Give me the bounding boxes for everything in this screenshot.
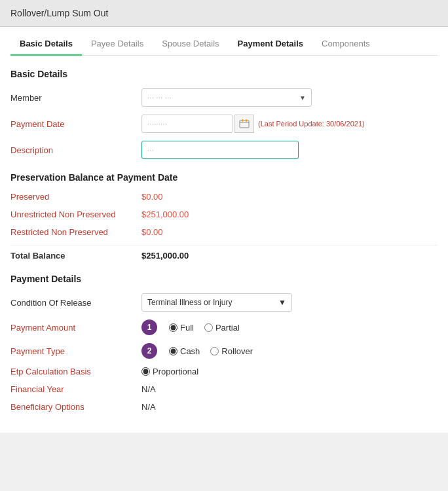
tab-spouse-details[interactable]: Spouse Details xyxy=(153,32,228,55)
basic-details-section: Basic Details Member ··· ··· ··· ▼ Payme… xyxy=(10,69,438,159)
calendar-icon xyxy=(239,119,250,128)
financial-year-label: Financial Year xyxy=(10,384,141,394)
member-value: ··· ··· ··· xyxy=(147,93,172,102)
preserved-value: $0.00 xyxy=(141,192,163,202)
condition-row: Condition Of Release Terminal Illness or… xyxy=(10,293,438,312)
rollover-label: Rollover xyxy=(221,346,253,356)
restricted-value: $0.00 xyxy=(141,227,163,237)
description-row: Description ··· xyxy=(10,141,438,159)
etp-radio[interactable] xyxy=(141,367,150,376)
member-dropdown[interactable]: ··· ··· ··· ▼ xyxy=(141,88,312,107)
cash-radio-item[interactable]: Cash xyxy=(169,346,200,356)
payment-amount-badge: 1 xyxy=(141,319,157,335)
restricted-row: Restricted Non Preserved $0.00 xyxy=(10,227,438,237)
preservation-title: Preservation Balance at Payment Date xyxy=(10,172,438,183)
unrestricted-value: $251,000.00 xyxy=(141,209,189,219)
etp-row: Etp Calculation Basis Proportional xyxy=(10,367,438,376)
preservation-section: Preservation Balance at Payment Date Pre… xyxy=(10,172,438,261)
balance-divider xyxy=(10,245,438,245)
description-label: Description xyxy=(10,145,141,155)
description-input[interactable]: ··· xyxy=(141,141,299,159)
total-value: $251,000.00 xyxy=(141,251,189,261)
member-label: Member xyxy=(10,93,141,103)
full-label: Full xyxy=(180,323,194,333)
cash-label: Cash xyxy=(180,346,200,356)
unrestricted-label: Unrestricted Non Preserved xyxy=(10,209,141,219)
partial-radio-item[interactable]: Partial xyxy=(204,323,240,333)
svg-rect-0 xyxy=(240,120,249,128)
payment-type-badge: 2 xyxy=(141,343,157,359)
payment-amount-label: Payment Amount xyxy=(10,323,141,333)
preserved-row: Preserved $0.00 xyxy=(10,192,438,202)
payment-details-title: Payment Details xyxy=(10,274,438,284)
svg-rect-2 xyxy=(242,119,243,122)
tab-payment-details[interactable]: Payment Details xyxy=(229,32,312,55)
title-text: Rollover/Lump Sum Out xyxy=(10,8,108,18)
total-label: Total Balance xyxy=(10,251,141,261)
payment-details-section: Payment Details Condition Of Release Ter… xyxy=(10,274,438,412)
calendar-button[interactable] xyxy=(234,115,254,133)
payment-type-row: Payment Type 2 Cash Rollover xyxy=(10,343,438,359)
rollover-radio[interactable] xyxy=(210,347,219,355)
rollover-radio-item[interactable]: Rollover xyxy=(210,346,253,356)
last-period-label: (Last Period Update: 30/06/2021) xyxy=(258,120,365,128)
total-balance-row: Total Balance $251,000.00 xyxy=(10,251,438,261)
preserved-label: Preserved xyxy=(10,192,141,202)
member-row: Member ··· ··· ··· ▼ xyxy=(10,88,438,107)
payment-date-value: ········· xyxy=(147,119,167,128)
financial-year-row: Financial Year N/A xyxy=(10,384,438,394)
partial-radio[interactable] xyxy=(204,323,213,332)
member-dropdown-arrow: ▼ xyxy=(299,94,306,101)
unrestricted-row: Unrestricted Non Preserved $251,000.00 xyxy=(10,209,438,219)
full-radio-item[interactable]: Full xyxy=(169,323,194,333)
condition-arrow: ▼ xyxy=(278,298,286,307)
condition-label: Condition Of Release xyxy=(10,298,141,308)
full-radio[interactable] xyxy=(169,323,177,332)
payment-date-row: Payment Date ········· (Last Period Upda… xyxy=(10,115,438,133)
title-bar: Rollover/Lump Sum Out xyxy=(0,0,448,27)
payment-type-options: Cash Rollover xyxy=(169,346,253,356)
tab-basic-details[interactable]: Basic Details xyxy=(10,32,82,55)
condition-value: Terminal Illness or Injury xyxy=(147,298,232,307)
beneficiary-value: N/A xyxy=(141,402,156,412)
tab-bar: Basic Details Payee Details Spouse Detai… xyxy=(10,27,438,56)
cash-radio[interactable] xyxy=(169,347,177,355)
restricted-label: Restricted Non Preserved xyxy=(10,227,141,237)
payment-amount-row: Payment Amount 1 Full Partial xyxy=(10,319,438,335)
description-value: ··· xyxy=(147,145,154,155)
payment-date-input[interactable]: ········· xyxy=(141,115,233,133)
etp-value: Proportional xyxy=(153,367,198,376)
partial-label: Partial xyxy=(215,323,240,333)
svg-rect-3 xyxy=(246,119,247,122)
basic-details-title: Basic Details xyxy=(10,69,438,79)
payment-type-label: Payment Type xyxy=(10,346,141,356)
beneficiary-row: Beneficiary Options N/A xyxy=(10,402,438,412)
financial-year-value: N/A xyxy=(141,384,156,394)
payment-amount-options: Full Partial xyxy=(169,323,240,333)
condition-dropdown[interactable]: Terminal Illness or Injury ▼ xyxy=(141,293,292,312)
beneficiary-label: Beneficiary Options xyxy=(10,402,141,412)
payment-date-label: Payment Date xyxy=(10,119,141,129)
tab-components[interactable]: Components xyxy=(312,32,379,55)
tab-payee-details[interactable]: Payee Details xyxy=(82,32,153,55)
etp-label: Etp Calculation Basis xyxy=(10,367,141,376)
etp-radio-item[interactable]: Proportional xyxy=(141,367,198,376)
